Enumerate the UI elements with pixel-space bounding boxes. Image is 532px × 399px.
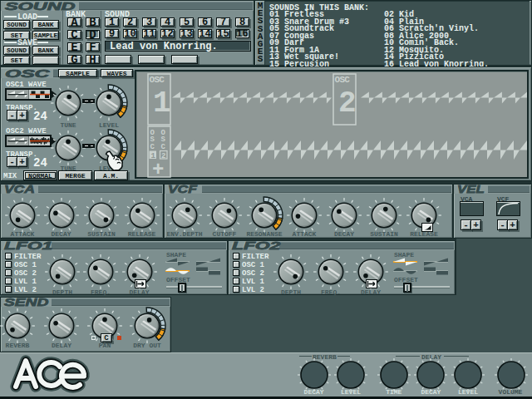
svg-text:OSC: OSC: [150, 75, 165, 85]
svg-text:+: +: [152, 159, 164, 179]
svg-text:1: 1: [153, 86, 171, 121]
svg-text:C: C: [161, 143, 166, 151]
svg-text:2: 2: [338, 86, 357, 121]
svg-text:C: C: [150, 143, 155, 151]
svg-text:OSC: OSC: [335, 75, 351, 85]
